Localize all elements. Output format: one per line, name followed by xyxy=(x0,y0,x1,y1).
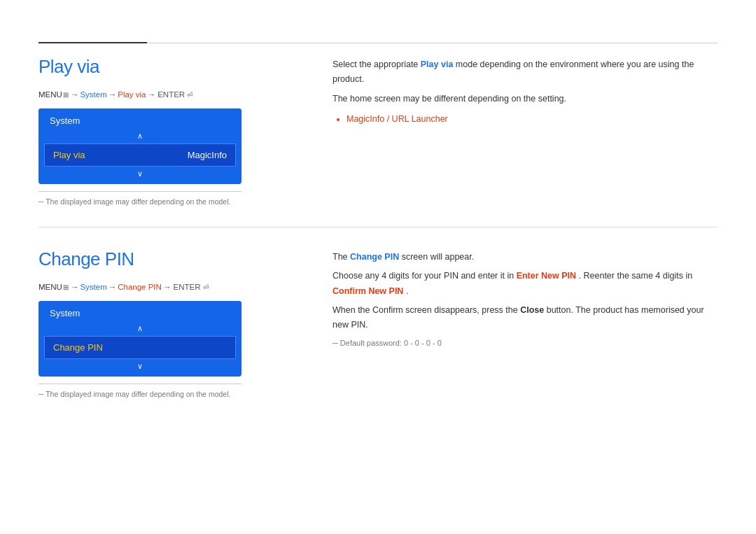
section1-title: Play via xyxy=(38,56,304,78)
screen1-item-label: Play via xyxy=(53,150,85,160)
desc1-highlight: Play via xyxy=(421,59,454,69)
desc1-prefix: Select the appropriate xyxy=(332,59,421,69)
menu2-prefix: MENU xyxy=(38,283,62,291)
section1-menu-path: MENU ⊞ → System → Play via → ENTER ⏎ xyxy=(38,90,304,99)
desc2-line2-end: . xyxy=(406,286,408,296)
change-pin-label: Change PIN xyxy=(118,283,162,291)
menu-prefix: MENU xyxy=(38,90,62,99)
section-change-pin: Change PIN MENU ⊞ → System → Change PIN … xyxy=(38,248,718,398)
system-label: System xyxy=(80,90,106,99)
desc2-line3-prefix: When the Confirm screen disappears, pres… xyxy=(332,305,520,315)
menu2-icon: ⊞ xyxy=(63,283,69,291)
divider-light xyxy=(147,43,718,43)
section2-left: Change PIN MENU ⊞ → System → Change PIN … xyxy=(38,248,304,398)
desc2-suffix: screen will appear. xyxy=(402,252,475,262)
arrow1: → xyxy=(71,90,79,99)
section1-right: Select the appropriate Play via mode dep… xyxy=(332,56,718,206)
arrow2-2: → xyxy=(108,283,117,291)
screen2-menu-item: Change PIN xyxy=(44,336,236,359)
screen2-item-label: Change PIN xyxy=(53,342,103,353)
confirm-new-pin-label: Confirm New PIN xyxy=(332,286,403,296)
section2-title: Change PIN xyxy=(38,248,304,270)
arrow2: → xyxy=(108,90,117,99)
divider-dark xyxy=(38,42,147,43)
section1-desc-line2: The home screen may be different dependi… xyxy=(332,92,718,106)
page-container: Play via MENU ⊞ → System → Play via → EN… xyxy=(0,0,756,447)
arrow2-3: → ENTER xyxy=(163,283,201,291)
menu-icon: ⊞ xyxy=(63,91,69,99)
screen2-up-arrow: ∧ xyxy=(38,323,241,336)
arrow2-1: → xyxy=(71,283,79,291)
desc2-prefix: The xyxy=(332,252,350,262)
play-via-label: Play via xyxy=(118,90,146,99)
system2-label: System xyxy=(80,283,106,291)
enter2-icon: ⏎ xyxy=(203,283,209,291)
section2-caption: The displayed image may differ depending… xyxy=(38,384,241,398)
screen1-down-arrow: ∨ xyxy=(38,167,241,184)
screen1-up-arrow: ∧ xyxy=(38,130,241,143)
section1-left: Play via MENU ⊞ → System → Play via → EN… xyxy=(38,56,304,206)
section1-desc-line1: Select the appropriate Play via mode dep… xyxy=(332,57,718,87)
section2-desc-line3: When the Confirm screen disappears, pres… xyxy=(332,303,718,333)
default-password: Default password: 0 - 0 - 0 - 0 xyxy=(332,337,718,350)
screen1-menu-item: Play via MagicInfo xyxy=(44,143,236,167)
section1-ui-screen: System ∧ Play via MagicInfo ∨ xyxy=(38,108,241,184)
screen2-down-arrow: ∨ xyxy=(38,359,241,377)
section-play-via: Play via MENU ⊞ → System → Play via → EN… xyxy=(38,56,718,206)
section1-description: Select the appropriate Play via mode dep… xyxy=(332,57,718,127)
desc2-highlight: Change PIN xyxy=(350,252,399,262)
section-divider xyxy=(38,227,718,227)
desc2-line2-mid: . Reenter the same 4 digits in xyxy=(579,271,693,281)
section2-right: The Change PIN screen will appear. Choos… xyxy=(332,248,718,398)
section2-description: The Change PIN screen will appear. Choos… xyxy=(332,250,718,350)
screen1-header: System xyxy=(38,108,241,130)
section1-caption: The displayed image may differ depending… xyxy=(38,191,241,206)
enter-icon: ⏎ xyxy=(187,91,192,99)
section2-menu-path: MENU ⊞ → System → Change PIN → ENTER ⏎ xyxy=(38,283,304,291)
section2-ui-screen: System ∧ Change PIN ∨ xyxy=(38,301,241,377)
enter-new-pin-label: Enter New PIN xyxy=(517,271,576,281)
arrow3: → ENTER xyxy=(148,90,186,99)
screen2-header: System xyxy=(38,301,241,323)
section2-desc-line1: The Change PIN screen will appear. xyxy=(332,250,718,265)
screen1-item-value: MagicInfo xyxy=(188,150,227,160)
close-label: Close xyxy=(520,305,544,315)
section1-list-item: MagicInfo / URL Launcher xyxy=(346,112,718,127)
section2-desc-line2: Choose any 4 digits for your PIN and ent… xyxy=(332,269,718,299)
desc2-line2-prefix: Choose any 4 digits for your PIN and ent… xyxy=(332,271,517,281)
section1-desc-list: MagicInfo / URL Launcher xyxy=(332,112,718,127)
top-divider xyxy=(38,42,718,43)
